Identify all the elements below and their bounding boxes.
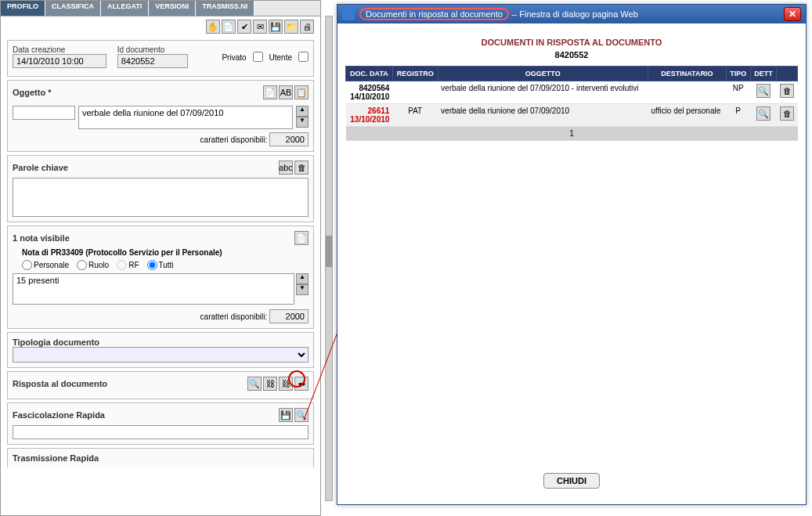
privato-label: Privato: [222, 53, 246, 62]
privato-checkbox[interactable]: [253, 52, 263, 62]
arrow-right-icon[interactable]: ➡: [294, 377, 309, 391]
oggetto-copy-icon[interactable]: 📋: [294, 85, 309, 99]
note-up-icon[interactable]: ▲: [296, 273, 309, 284]
trasm-section: Trasmissione Rapida: [7, 448, 314, 467]
dialog-title-highlight: Documenti in risposta al documento: [359, 8, 509, 20]
note-down-icon[interactable]: ▼: [296, 284, 309, 295]
col-oggetto: OGGETTO: [438, 67, 648, 81]
print-icon[interactable]: 🖨: [300, 20, 314, 34]
trash-icon[interactable]: 🗑: [294, 161, 309, 175]
oggetto-prefix-input[interactable]: [13, 106, 75, 120]
fasc-search-icon[interactable]: 🔍: [294, 408, 309, 422]
note-doc-icon[interactable]: 📄: [294, 231, 309, 245]
hand-icon[interactable]: ✋: [206, 20, 220, 34]
col-docdata: DOC. DATA: [346, 67, 393, 81]
tab-profilo[interactable]: PROFILO: [1, 1, 45, 16]
dialog-body: DOCUMENTI IN RISPOSTA AL DOCUMENTO 84205…: [337, 23, 806, 504]
pager-row: 1: [346, 127, 798, 141]
oggetto-textarea[interactable]: verbale della riunione del 07/09/2010: [78, 106, 293, 129]
row-docid: 26611: [349, 106, 390, 115]
tipologia-select[interactable]: [13, 347, 309, 363]
note-textarea[interactable]: 15 presenti: [13, 273, 294, 305]
note-header: 1 nota visibile: [13, 233, 70, 243]
table-header-row: DOC. DATA REGISTRO OGGETTO DESTINATARIO …: [346, 67, 798, 81]
delete-icon[interactable]: 🗑: [780, 106, 794, 121]
scrollbar-thumb[interactable]: [326, 236, 332, 267]
parole-label: Parole chiave: [13, 163, 68, 172]
response-dialog: Documenti in risposta al documento -- Fi…: [337, 4, 807, 505]
fasc-input[interactable]: [13, 425, 309, 439]
dialog-heading: DOCUMENTI IN RISPOSTA AL DOCUMENTO: [345, 38, 798, 47]
mail-icon[interactable]: ✉: [253, 20, 267, 34]
chiudi-button[interactable]: CHIUDI: [543, 473, 600, 489]
oggetto-section: Oggetto * 📄 AB 📋 verbale della riunione …: [7, 80, 314, 152]
tab-bar: PROFILO CLASSIFICA ALLEGATI VERSIONI TRA…: [1, 1, 320, 16]
oggetto-ab-icon[interactable]: AB: [279, 85, 293, 99]
radio-tutti[interactable]: Tutti: [147, 260, 174, 270]
fasc-label: Fascicolazione Rapida: [13, 410, 105, 420]
col-registro: REGISTRO: [392, 67, 438, 81]
table-row[interactable]: 2661113/10/2010PATverbale della riunione…: [346, 104, 798, 127]
fasc-section: Fascicolazione Rapida 💾 🔍: [7, 402, 314, 445]
oggetto-label: Oggetto *: [13, 88, 52, 97]
row-dest: [648, 81, 726, 104]
col-tipo: TIPO: [726, 67, 750, 81]
parole-section: Parole chiave abc 🗑: [7, 155, 314, 222]
row-oggetto: verbale della riunione del 07/09/2010: [438, 104, 648, 127]
doc-meta-section: Data creazione Id documento Privato Uten…: [7, 40, 314, 77]
fasc-save-icon[interactable]: 💾: [279, 408, 293, 422]
oggetto-up-icon[interactable]: ▲: [296, 106, 309, 117]
delete-icon[interactable]: 🗑: [780, 84, 794, 98]
note-chars-label: caratteri disponibili:: [200, 312, 268, 321]
utente-checkbox[interactable]: [298, 52, 309, 62]
row-docid: 8420564: [349, 84, 390, 92]
save-icon[interactable]: 💾: [269, 20, 283, 34]
tab-versioni[interactable]: VERSIONI: [149, 1, 196, 16]
radio-ruolo[interactable]: Ruolo: [77, 260, 109, 270]
creation-value: [13, 54, 106, 68]
note-chars-value: [269, 309, 309, 323]
profile-panel: PROFILO CLASSIFICA ALLEGATI VERSIONI TRA…: [0, 0, 321, 516]
oggetto-doc-icon[interactable]: 📄: [263, 85, 277, 99]
table-row[interactable]: 842056414/10/2010verbale della riunione …: [346, 81, 798, 104]
radio-rf[interactable]: RF: [117, 260, 139, 270]
dialog-docnum: 8420552: [345, 50, 798, 60]
chain-icon[interactable]: ⛓: [279, 377, 293, 391]
col-destinatario: DESTINATARIO: [648, 67, 726, 81]
dialog-titlebar[interactable]: Documenti in risposta al documento -- Fi…: [337, 5, 806, 23]
oggetto-down-icon[interactable]: ▼: [296, 117, 309, 128]
tab-trasmissioni[interactable]: TRASMISS.NI: [196, 1, 254, 16]
parole-listbox[interactable]: [13, 178, 309, 217]
row-tipo: P: [726, 104, 750, 127]
close-icon[interactable]: ✕: [784, 7, 801, 21]
detail-icon[interactable]: 🔍: [756, 84, 770, 98]
pager: 1: [346, 127, 798, 141]
link-icon[interactable]: ⛓: [263, 377, 277, 391]
top-toolbar: ✋ 📄 ✔ ✉ 💾 📁 🖨: [1, 16, 320, 37]
dialog-title: Documenti in risposta al documento -- Fi…: [359, 9, 779, 19]
trasm-label: Trasmissione Rapida: [13, 453, 99, 463]
row-date: 14/10/2010: [349, 92, 390, 101]
radio-personale[interactable]: Personale: [22, 260, 69, 270]
creation-label: Data creazione: [13, 45, 111, 54]
row-date: 13/10/2010: [349, 115, 390, 124]
detail-icon[interactable]: 🔍: [756, 106, 770, 121]
check-icon[interactable]: ✔: [237, 20, 251, 34]
tab-allegati[interactable]: ALLEGATI: [101, 1, 149, 16]
tab-classifica[interactable]: CLASSIFICA: [45, 1, 101, 16]
response-table: DOC. DATA REGISTRO OGGETTO DESTINATARIO …: [345, 66, 798, 141]
folder-icon[interactable]: 📁: [284, 20, 298, 34]
docid-label: Id documento: [117, 45, 216, 54]
col-del: [777, 67, 798, 81]
risposta-label: Risposta al documento: [13, 379, 107, 388]
col-dett: DETT: [750, 67, 777, 81]
tipologia-section: Tipologia documento: [7, 332, 314, 368]
chars-value: [269, 132, 309, 146]
risposta-section: Risposta al documento 🔍 ⛓ ⛓ ➡: [7, 371, 314, 399]
row-registro: [392, 81, 438, 104]
abc-icon[interactable]: abc: [279, 161, 293, 175]
scrollbar[interactable]: [325, 16, 333, 501]
search-icon[interactable]: 🔍: [247, 377, 262, 391]
utente-label: Utente: [269, 53, 292, 62]
doc-icon[interactable]: 📄: [222, 20, 236, 34]
